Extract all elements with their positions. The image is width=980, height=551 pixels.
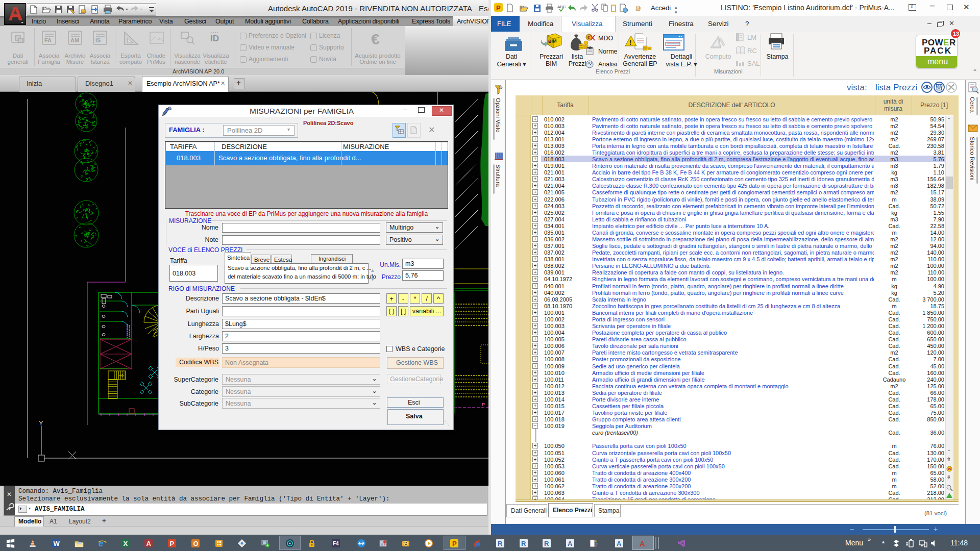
svg-text:P: P xyxy=(170,540,175,547)
svg-text:F4: F4 xyxy=(333,541,339,546)
svg-text:IS: IS xyxy=(95,37,101,43)
svg-text:ID: ID xyxy=(210,34,219,43)
svg-text:€: € xyxy=(587,35,590,40)
svg-text:ABC: ABC xyxy=(557,5,566,9)
svg-text:A: A xyxy=(617,540,622,547)
svg-text:R: R xyxy=(521,540,526,547)
svg-text:!: ! xyxy=(629,39,631,46)
svg-text:P: P xyxy=(496,4,501,12)
svg-text:A: A xyxy=(146,540,152,547)
svg-text:Y: Y xyxy=(39,419,43,427)
svg-text:AM: AM xyxy=(70,37,79,43)
svg-text:A: A xyxy=(568,540,573,547)
svg-text:BIM: BIM xyxy=(548,38,556,44)
svg-text:FA: FA xyxy=(44,37,52,43)
svg-text:R: R xyxy=(498,540,503,547)
svg-text:X: X xyxy=(124,540,128,547)
svg-text:4: 4 xyxy=(381,543,383,546)
svg-text:W: W xyxy=(54,540,60,547)
svg-text:R: R xyxy=(544,540,549,547)
svg-text:O: O xyxy=(193,540,199,547)
svg-text:P: P xyxy=(452,540,457,547)
svg-text:e: e xyxy=(99,539,103,548)
svg-text:P: P xyxy=(482,402,485,407)
svg-text:A: A xyxy=(640,539,645,548)
svg-text:€: € xyxy=(371,31,380,47)
